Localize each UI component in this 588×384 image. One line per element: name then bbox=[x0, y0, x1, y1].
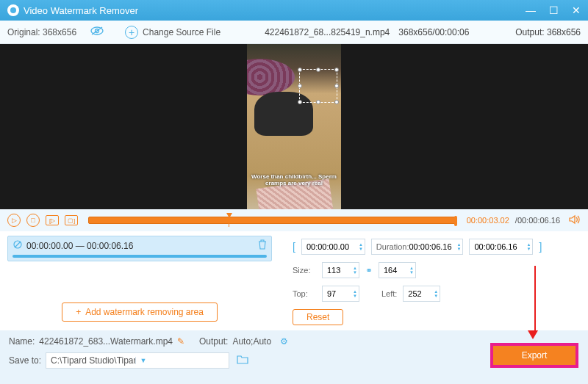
left-input[interactable]: ▲▼ bbox=[403, 286, 440, 302]
width-input[interactable]: ▲▼ bbox=[322, 262, 359, 278]
top-label: Top: bbox=[293, 289, 316, 298]
segments-panel: 00:00:00.00 — 00:00:06.16 + Add watermar… bbox=[0, 231, 279, 330]
stop-button[interactable]: □ bbox=[26, 214, 40, 227]
titlebar: Video Watermark Remover ― ☐ ✕ bbox=[0, 0, 588, 21]
output-name: 422461872_683...Watermark.mp4 bbox=[39, 336, 173, 347]
change-source-button[interactable]: + Change Source File bbox=[125, 26, 220, 39]
segment-range: 00:00:00.00 — 00:00:06.16 bbox=[26, 241, 133, 251]
resize-handle[interactable] bbox=[316, 68, 320, 72]
segment-bar[interactable] bbox=[12, 255, 267, 258]
spinner-down[interactable]: ▼ bbox=[353, 270, 357, 275]
top-input[interactable]: ▲▼ bbox=[322, 286, 359, 302]
open-folder-icon[interactable] bbox=[237, 355, 248, 366]
plus-icon: + bbox=[125, 26, 138, 39]
change-source-label: Change Source File bbox=[143, 27, 220, 37]
output-dimensions: Output: 368x656 bbox=[515, 27, 581, 37]
resize-handle[interactable] bbox=[298, 84, 302, 88]
save-to-label: Save to: bbox=[9, 355, 41, 366]
delete-segment-icon[interactable] bbox=[258, 239, 267, 252]
link-aspect-icon[interactable]: ⚭ bbox=[365, 265, 373, 275]
reset-button[interactable]: Reset bbox=[293, 309, 343, 325]
set-start-bracket[interactable]: [ bbox=[293, 241, 295, 253]
resize-handle[interactable] bbox=[334, 84, 339, 88]
step-end-button[interactable]: ▢] bbox=[65, 215, 78, 225]
svg-point-0 bbox=[10, 7, 16, 13]
original-dimensions: Original: 368x656 bbox=[7, 27, 76, 37]
close-button[interactable]: ✕ bbox=[572, 4, 581, 16]
size-label: Size: bbox=[293, 266, 316, 275]
spinner-down[interactable]: ▼ bbox=[456, 247, 461, 251]
add-area-label: Add watermark removing area bbox=[85, 307, 204, 317]
minimize-button[interactable]: ― bbox=[526, 4, 536, 16]
spinner-down[interactable]: ▼ bbox=[409, 270, 414, 275]
info-bar: Original: 368x656 + Change Source File 4… bbox=[0, 21, 588, 44]
watermark-area-icon bbox=[12, 239, 23, 252]
svg-line-5 bbox=[15, 242, 21, 247]
selection-box[interactable] bbox=[299, 69, 337, 103]
add-watermark-area-button[interactable]: + Add watermark removing area bbox=[62, 303, 218, 322]
maximize-button[interactable]: ☐ bbox=[549, 4, 559, 16]
left-label: Left: bbox=[381, 289, 397, 298]
resize-handle[interactable] bbox=[298, 68, 302, 72]
resize-handle[interactable] bbox=[298, 100, 302, 104]
save-path-text: C:\Tipard Studio\Tipar...ideo Watermark … bbox=[51, 355, 135, 366]
spinner-down[interactable]: ▼ bbox=[434, 294, 438, 298]
app-title: Video Watermark Remover bbox=[24, 5, 526, 16]
resize-handle[interactable] bbox=[316, 100, 320, 104]
edit-name-icon[interactable]: ✎ bbox=[177, 336, 184, 347]
resize-handle[interactable] bbox=[334, 68, 339, 72]
export-button[interactable]: Export bbox=[491, 344, 578, 367]
volume-icon[interactable] bbox=[569, 214, 581, 227]
name-label: Name: bbox=[9, 336, 35, 347]
source-filename: 422461872_68...825419_n.mp4 bbox=[265, 27, 390, 37]
start-time-input[interactable]: ▲▼ bbox=[301, 239, 365, 255]
playhead[interactable] bbox=[225, 213, 232, 228]
timeline-scrubber[interactable] bbox=[88, 217, 456, 224]
source-dimensions: 368x656/00:00:06 bbox=[398, 27, 469, 37]
total-time: /00:00:06.16 bbox=[515, 216, 560, 225]
output-format-label: Output: bbox=[199, 336, 228, 347]
playback-controls: ▷ □ [▷ ▢] 00:00:03.02/00:00:06.16 bbox=[0, 209, 588, 231]
plus-icon: + bbox=[76, 307, 81, 317]
save-path-field[interactable]: C:\Tipard Studio\Tipar...ideo Watermark … bbox=[46, 352, 229, 369]
step-forward-button[interactable]: [▷ bbox=[46, 215, 59, 225]
parameters-panel: [ ▲▼ Duration:▲▼ ▲▼ ] Size: ▲▼ ⚭ ▲▼ Top:… bbox=[279, 231, 588, 330]
spinner-down[interactable]: ▼ bbox=[526, 247, 531, 251]
spinner-down[interactable]: ▼ bbox=[359, 247, 363, 251]
preview-toggle-icon[interactable] bbox=[90, 26, 104, 38]
video-caption-text: Worse than childbirth... Sperm cramps ar… bbox=[247, 173, 341, 187]
height-input[interactable]: ▲▼ bbox=[379, 262, 416, 278]
app-logo-icon bbox=[7, 4, 19, 16]
resize-handle[interactable] bbox=[334, 100, 339, 104]
segment-item[interactable]: 00:00:00.00 — 00:00:06.16 bbox=[7, 236, 272, 261]
end-time-input[interactable]: ▲▼ bbox=[469, 239, 533, 255]
play-button[interactable]: ▷ bbox=[7, 214, 21, 227]
path-dropdown-icon[interactable]: ▼ bbox=[135, 357, 225, 364]
current-time: 00:00:03.02 bbox=[467, 216, 509, 225]
export-bar: Name: 422461872_683...Watermark.mp4 ✎ Ou… bbox=[0, 330, 588, 384]
set-end-bracket[interactable]: ] bbox=[539, 241, 542, 253]
video-preview[interactable]: Worse than childbirth... Sperm cramps ar… bbox=[0, 44, 588, 209]
output-settings-icon[interactable]: ⚙ bbox=[280, 336, 288, 347]
output-format: Auto;Auto bbox=[232, 336, 271, 347]
duration-input[interactable]: Duration:▲▼ bbox=[371, 239, 464, 255]
spinner-down[interactable]: ▼ bbox=[353, 294, 357, 298]
video-frame: Worse than childbirth... Sperm cramps ar… bbox=[247, 44, 341, 209]
